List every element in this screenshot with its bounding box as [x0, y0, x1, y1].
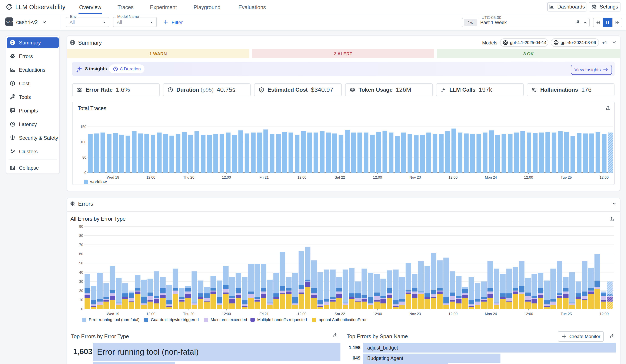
- svg-text:Sat 22: Sat 22: [335, 312, 345, 316]
- svg-text:12:00: 12:00: [222, 312, 231, 316]
- svg-text:Thu 20: Thu 20: [183, 312, 195, 316]
- svg-text:100: 100: [80, 140, 86, 144]
- svg-text:90: 90: [79, 224, 83, 229]
- svg-text:60: 60: [79, 252, 83, 256]
- svg-text:Wed 19: Wed 19: [107, 175, 119, 180]
- svg-text:12:00: 12:00: [146, 312, 156, 316]
- svg-text:20: 20: [79, 289, 83, 293]
- svg-text:12:00: 12:00: [222, 175, 231, 180]
- svg-text:Nov 23: Nov 23: [409, 312, 421, 316]
- svg-text:40: 40: [79, 270, 83, 274]
- svg-text:30: 30: [79, 280, 83, 284]
- svg-text:Tue 25: Tue 25: [561, 312, 572, 316]
- svg-text:12:00: 12:00: [449, 312, 458, 316]
- svg-text:12:00: 12:00: [600, 312, 609, 316]
- svg-text:Thu 20: Thu 20: [183, 175, 195, 180]
- svg-text:Fri 21: Fri 21: [259, 175, 269, 180]
- svg-text:12:00: 12:00: [524, 175, 533, 180]
- svg-text:12:00: 12:00: [449, 175, 458, 180]
- svg-text:12:00: 12:00: [373, 175, 382, 180]
- svg-text:50: 50: [79, 261, 83, 265]
- svg-text:Nov 23: Nov 23: [409, 175, 421, 180]
- svg-text:12:00: 12:00: [373, 312, 382, 316]
- svg-text:80: 80: [79, 234, 83, 238]
- svg-text:Fri 21: Fri 21: [259, 312, 269, 316]
- svg-text:12:00: 12:00: [297, 312, 307, 316]
- svg-text:150: 150: [80, 125, 86, 129]
- svg-text:Mon 24: Mon 24: [485, 312, 497, 316]
- svg-text:70: 70: [79, 243, 83, 247]
- svg-text:Tue 25: Tue 25: [561, 175, 572, 180]
- svg-text:12:00: 12:00: [600, 175, 609, 180]
- svg-text:0: 0: [84, 171, 86, 175]
- svg-text:Sat 22: Sat 22: [335, 175, 345, 180]
- svg-text:12:00: 12:00: [524, 312, 533, 316]
- svg-text:Mon 24: Mon 24: [485, 175, 497, 180]
- svg-text:12:00: 12:00: [297, 175, 307, 180]
- svg-text:Wed 19: Wed 19: [107, 312, 119, 316]
- svg-text:12:00: 12:00: [146, 175, 156, 180]
- svg-text:50: 50: [82, 155, 86, 159]
- svg-text:$: $: [261, 88, 262, 92]
- svg-text:$: $: [12, 82, 13, 85]
- svg-text:10: 10: [79, 298, 83, 302]
- svg-text:0: 0: [81, 307, 83, 311]
